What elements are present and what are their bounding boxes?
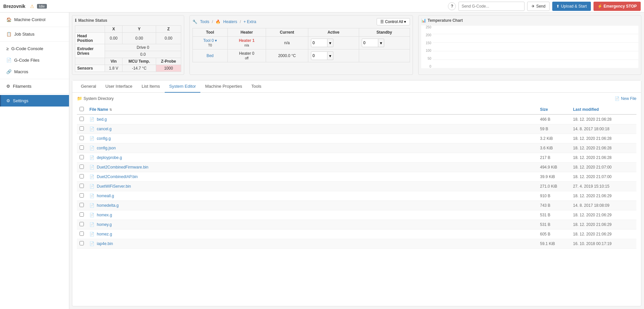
file-checkbox[interactable] bbox=[80, 212, 84, 217]
macros-icon: 🔗 bbox=[6, 69, 12, 74]
file-checkbox[interactable] bbox=[80, 155, 84, 159]
upload-start-button[interactable]: ⬆ Upload & Start bbox=[552, 2, 591, 11]
file-checkbox[interactable] bbox=[80, 145, 84, 150]
file-modified: 14. 8. 2017 18:00:18 bbox=[570, 124, 636, 134]
table-row: 📄 deployprobe.g 217 B 18. 12. 2020 21:06… bbox=[77, 153, 636, 163]
sidebar-item-filaments[interactable]: ⚙ Filaments bbox=[0, 80, 69, 92]
tool0-link[interactable]: Tool 0 ▾ bbox=[203, 38, 217, 43]
filename-col-header[interactable]: File Name ⇅ bbox=[87, 105, 537, 114]
file-modified: 18. 12. 2020 21:06:28 bbox=[570, 143, 636, 153]
file-link[interactable]: homeall.g bbox=[97, 194, 114, 198]
file-checkbox[interactable] bbox=[80, 126, 84, 131]
file-checkbox[interactable] bbox=[80, 193, 84, 198]
file-size: 59.1 KiB bbox=[537, 239, 570, 249]
heater1-active-dropdown[interactable]: ▾ bbox=[327, 39, 333, 47]
file-link[interactable]: homex.g bbox=[97, 213, 112, 217]
file-link[interactable]: cancel.g bbox=[97, 127, 112, 131]
control-all-button[interactable]: ☰ Control All ▾ bbox=[377, 18, 410, 25]
z-header: Z bbox=[156, 26, 181, 33]
select-all-checkbox[interactable] bbox=[80, 107, 84, 111]
heaters-link[interactable]: Heaters bbox=[223, 19, 237, 24]
sidebar-item-job-status[interactable]: 📋 Job Status bbox=[0, 28, 69, 40]
files-icon: 📄 bbox=[6, 58, 12, 63]
file-icon: 📄 bbox=[89, 203, 94, 208]
tab-list-items[interactable]: List Items bbox=[137, 80, 165, 93]
settings-area: General User Interface List Items System… bbox=[72, 80, 641, 306]
modified-col-header[interactable]: Last modified bbox=[570, 105, 636, 114]
status-table: X Y Z Head Position 0.00 0.00 0.00 bbox=[75, 25, 181, 72]
warning-icon: ⚠ bbox=[30, 4, 34, 9]
file-size: 910 B bbox=[537, 191, 570, 201]
new-file-button[interactable]: 📄 New File bbox=[615, 96, 636, 101]
file-checkbox[interactable] bbox=[80, 222, 84, 226]
sidebar-item-macros[interactable]: 🔗 Macros bbox=[0, 66, 69, 77]
file-size: 494.9 KiB bbox=[537, 163, 570, 172]
file-link[interactable]: bed.g bbox=[97, 117, 107, 122]
tools-link[interactable]: Tools bbox=[200, 19, 209, 24]
job-icon: 📋 bbox=[6, 32, 12, 37]
sidebar-item-gcode-console[interactable]: ≥ G-Code Console bbox=[0, 43, 69, 54]
bed-tool-link[interactable]: Bed bbox=[207, 53, 214, 58]
file-size: 605 B bbox=[537, 230, 570, 239]
file-checkbox[interactable] bbox=[80, 184, 84, 188]
file-link[interactable]: homedelta.g bbox=[97, 203, 119, 208]
emergency-stop-button[interactable]: ⚡ Emergency STOP bbox=[593, 2, 641, 11]
vin-header: Vin bbox=[105, 58, 122, 65]
file-link[interactable]: DuetWiFiServer.bin bbox=[97, 184, 131, 189]
system-editor-content: 📁 System Directory 📄 New File File Name bbox=[72, 93, 641, 252]
heater0-active-input[interactable] bbox=[311, 51, 327, 60]
sidebar-item-label: Machine Control bbox=[14, 17, 46, 22]
send-button[interactable]: ✈ Send bbox=[527, 2, 550, 11]
file-modified: 18. 12. 2020 21:06:28 bbox=[570, 114, 636, 124]
file-size: 271.0 KiB bbox=[537, 182, 570, 191]
wrench-icon: 🔧 bbox=[192, 19, 197, 24]
file-checkbox[interactable] bbox=[80, 165, 84, 169]
tab-system-editor[interactable]: System Editor bbox=[165, 80, 201, 93]
file-link[interactable]: homey.g bbox=[97, 222, 112, 227]
heater1-sub: n/a bbox=[244, 44, 249, 47]
gcode-input[interactable] bbox=[458, 2, 525, 11]
sidebar-item-gcode-files[interactable]: 📄 G-Code Files bbox=[0, 54, 69, 66]
file-checkbox[interactable] bbox=[80, 117, 84, 121]
heater0-active-dropdown[interactable]: ▾ bbox=[327, 51, 333, 60]
file-link[interactable]: config.g bbox=[97, 136, 111, 141]
file-link[interactable]: Duet2CombinedFirmware.bin bbox=[97, 165, 148, 170]
heater1-standby-dropdown[interactable]: ▾ bbox=[378, 39, 384, 47]
tab-general[interactable]: General bbox=[76, 80, 101, 93]
sidebar-item-settings[interactable]: ⚙ Settings bbox=[0, 95, 69, 107]
temp-chart-title: 📊 Temperature Chart bbox=[421, 18, 639, 23]
sidebar-item-machine-control[interactable]: 🏠 Machine Control bbox=[0, 14, 69, 25]
file-link[interactable]: Duet2CombinedIAP.bin bbox=[97, 174, 138, 179]
tab-machine-properties[interactable]: Machine Properties bbox=[200, 80, 247, 93]
size-col-header[interactable]: Size bbox=[537, 105, 570, 114]
file-checkbox[interactable] bbox=[80, 136, 84, 140]
heater1-active-input[interactable] bbox=[311, 39, 327, 47]
file-icon: 📄 bbox=[89, 136, 94, 141]
file-modified: 16. 10. 2018 00:17:19 bbox=[570, 239, 636, 249]
drive-label: Drive 0 bbox=[105, 44, 181, 51]
y-value: 0.00 bbox=[122, 33, 156, 44]
file-link[interactable]: deployprobe.g bbox=[97, 155, 122, 160]
current-col-header: Current bbox=[266, 28, 308, 37]
file-checkbox[interactable] bbox=[80, 232, 84, 236]
file-checkbox[interactable] bbox=[80, 203, 84, 207]
file-size: 39.9 KiB bbox=[537, 172, 570, 182]
file-link[interactable]: iap4e.bin bbox=[97, 241, 113, 246]
extra-link[interactable]: + Extra bbox=[244, 19, 256, 24]
sensors-label: Sensors bbox=[75, 65, 105, 72]
tab-tools[interactable]: Tools bbox=[247, 80, 266, 93]
file-link[interactable]: config.json bbox=[97, 146, 116, 150]
chart-area: 250 200 150 100 50 0 bbox=[421, 25, 639, 68]
file-link[interactable]: homez.g bbox=[97, 232, 112, 236]
file-checkbox[interactable] bbox=[80, 174, 84, 178]
heater1-standby: ▾ bbox=[359, 37, 410, 49]
file-modified: 18. 12. 2020 21:06:29 bbox=[570, 191, 636, 201]
file-size: 3.2 KiB bbox=[537, 134, 570, 143]
file-checkbox[interactable] bbox=[80, 241, 84, 245]
filaments-icon: ⚙ bbox=[6, 84, 10, 89]
console-icon: ≥ bbox=[6, 46, 9, 51]
table-row: 📄 iap4e.bin 59.1 KiB 16. 10. 2018 00:17:… bbox=[77, 239, 636, 249]
heater1-standby-input[interactable] bbox=[362, 39, 378, 47]
help-button[interactable]: ? bbox=[448, 2, 456, 10]
tab-user-interface[interactable]: User Interface bbox=[101, 80, 137, 93]
